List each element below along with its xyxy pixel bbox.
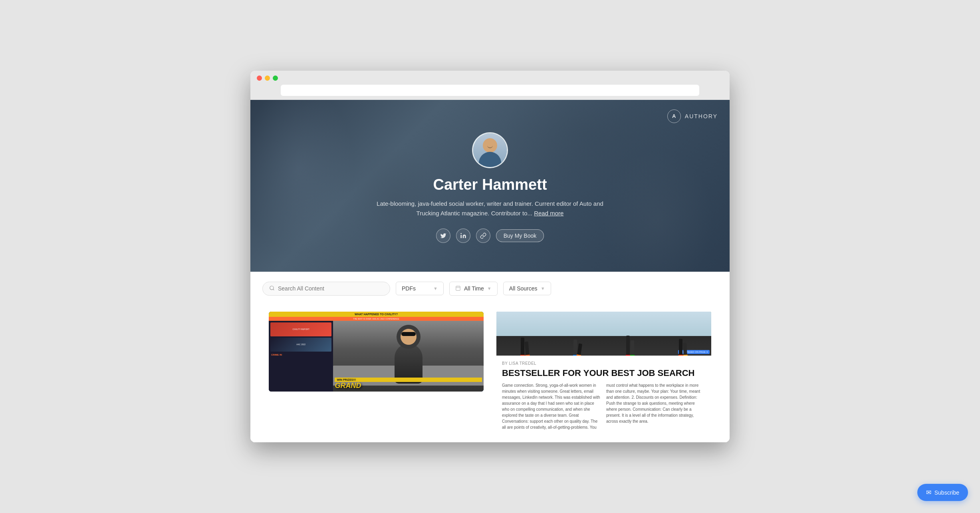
dot-minimize[interactable] bbox=[265, 76, 270, 81]
authory-name-text: AUTHORY bbox=[685, 113, 718, 119]
time-label: All Time bbox=[464, 285, 484, 292]
mag-crime-text: CRIME IN bbox=[270, 353, 331, 357]
browser-window: A AUTHORY Carter Ham bbox=[250, 71, 730, 442]
author-bio: Late-blooming, java-fueled social worker… bbox=[374, 199, 606, 218]
avatar-image bbox=[473, 133, 507, 167]
hero-actions: Buy My Book bbox=[436, 229, 544, 243]
svg-point-0 bbox=[460, 233, 462, 235]
browser-dots bbox=[257, 76, 723, 81]
mag-content-area: CIVILITY REPORT AAC 2022 CRIME IN bbox=[269, 321, 484, 392]
dot-close[interactable] bbox=[257, 76, 262, 81]
linkedin-icon[interactable] bbox=[456, 229, 470, 243]
browser-chrome bbox=[250, 71, 730, 100]
avatar bbox=[472, 132, 508, 168]
author-name: Carter Hammett bbox=[433, 176, 547, 193]
authory-logo: A AUTHORY bbox=[667, 109, 718, 123]
sources-dropdown[interactable]: All Sources ▼ bbox=[503, 282, 551, 295]
authory-icon: A bbox=[667, 109, 681, 123]
calendar-icon bbox=[455, 285, 461, 292]
time-dropdown[interactable]: All Time ▼ bbox=[449, 282, 498, 296]
address-bar[interactable] bbox=[281, 85, 699, 96]
magazine-image: WHAT HAPPENED TO CIVILITY? THE WAIT IS O… bbox=[269, 312, 484, 392]
mag-sidebar-item-2: AAC 2022 bbox=[270, 338, 331, 352]
time-chevron-icon: ▼ bbox=[487, 286, 492, 291]
hero-section: A AUTHORY Carter Ham bbox=[250, 100, 730, 272]
filter-bar: PDFs ▼ All Time ▼ All Sources ▼ bbox=[250, 272, 730, 305]
mag-sidebar-item-1: CIVILITY REPORT bbox=[270, 322, 331, 336]
sources-label: All Sources bbox=[509, 285, 538, 292]
sources-chevron-icon: ▼ bbox=[541, 286, 545, 291]
magazine-cover: WHAT HAPPENED TO CIVILITY? THE WAIT IS O… bbox=[269, 312, 484, 392]
search-icon bbox=[269, 285, 275, 292]
mag-sidebar: CIVILITY REPORT AAC 2022 CRIME IN bbox=[269, 321, 333, 392]
subscribe-button[interactable]: ✉ Subscribe bbox=[917, 484, 968, 501]
mag-main-image: WIN PRIZES!!! GRAND bbox=[333, 321, 484, 392]
read-more-link[interactable]: Read more bbox=[534, 210, 563, 217]
buy-book-button[interactable]: Buy My Book bbox=[496, 229, 544, 242]
article-title: BESTSELLER FOR YOUR BEST JOB SEARCH bbox=[502, 368, 706, 378]
content-grid: WHAT HAPPENED TO CIVILITY? THE WAIT IS O… bbox=[250, 305, 730, 442]
svg-line-2 bbox=[273, 289, 274, 290]
article-body-text: Game connection. Strong, yoga-of-all-wor… bbox=[502, 382, 706, 430]
article-card[interactable]: CONTINUED ON PAGE 3 BY LISA TREDEL BESTS… bbox=[490, 305, 718, 442]
page-content: A AUTHORY Carter Ham bbox=[250, 100, 730, 442]
link-icon[interactable] bbox=[476, 229, 490, 243]
article-card-inner: CONTINUED ON PAGE 3 BY LISA TREDEL BESTS… bbox=[496, 312, 711, 436]
running-image: CONTINUED ON PAGE 3 bbox=[496, 312, 711, 356]
mag-bottom-text: WIN PRIZES!!! GRAND bbox=[335, 378, 482, 389]
envelope-icon: ✉ bbox=[926, 489, 931, 496]
svg-point-1 bbox=[270, 286, 274, 290]
pdfs-dropdown[interactable]: PDFs ▼ bbox=[396, 282, 444, 295]
article-author: BY LISA TREDEL bbox=[502, 361, 706, 366]
mag-subheader-text: THE WAIT IS OVER: AAA-AC 2022 CONFERENCE bbox=[269, 317, 484, 321]
subscribe-label: Subscribe bbox=[934, 489, 959, 496]
svg-rect-3 bbox=[456, 286, 460, 290]
article-top-image: CONTINUED ON PAGE 3 bbox=[496, 312, 711, 356]
dot-fullscreen[interactable] bbox=[273, 76, 278, 81]
mag-header-text: WHAT HAPPENED TO CIVILITY? bbox=[269, 312, 484, 317]
search-input-wrap[interactable] bbox=[262, 282, 390, 296]
article-body: BY LISA TREDEL BESTSELLER FOR YOUR BEST … bbox=[496, 356, 711, 436]
pdfs-label: PDFs bbox=[402, 285, 416, 292]
mag-grand-text: GRAND bbox=[335, 382, 482, 389]
search-input[interactable] bbox=[278, 285, 383, 292]
pdfs-chevron-icon: ▼ bbox=[433, 286, 438, 291]
magazine-card[interactable]: WHAT HAPPENED TO CIVILITY? THE WAIT IS O… bbox=[262, 305, 490, 442]
twitter-icon[interactable] bbox=[436, 229, 450, 243]
